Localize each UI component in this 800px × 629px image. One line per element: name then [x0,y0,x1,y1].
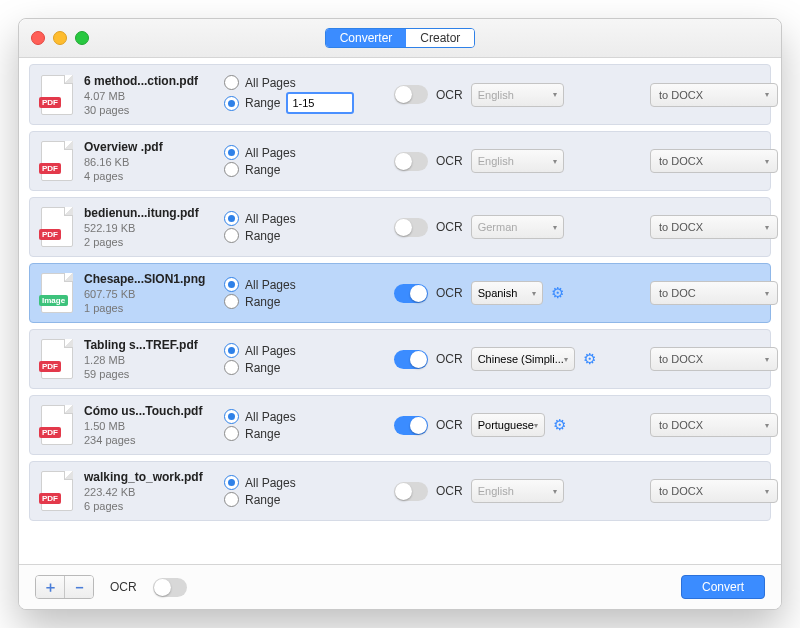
ocr-toggle[interactable] [394,350,428,369]
ocr-controls: OCRPortuguese▾⚙ [394,413,564,437]
pdf-badge-icon: PDF [39,361,61,372]
language-select[interactable]: English▾ [471,149,564,173]
file-row[interactable]: PDF6 method...ction.pdf4.07 MB30 pagesAl… [29,64,771,125]
all-pages-radio[interactable] [224,409,239,424]
file-row[interactable]: PDFwalking_to_work.pdf223.42 KB6 pagesAl… [29,461,771,521]
file-row[interactable]: PDFCómo us...Touch.pdf1.50 MB234 pagesAl… [29,395,771,455]
format-column: to DOCX▾ [650,347,760,371]
ocr-toggle[interactable] [394,482,428,501]
page-selection: All PagesRange [224,73,384,116]
file-name: Cómo us...Touch.pdf [84,404,214,418]
all-pages-radio[interactable] [224,277,239,292]
chevron-down-icon: ▾ [765,421,769,430]
range-label: Range [245,229,280,243]
mode-segmented-control[interactable]: Converter Creator [325,28,476,48]
format-select[interactable]: to DOCX▾ [650,83,778,107]
file-list: PDF6 method...ction.pdf4.07 MB30 pagesAl… [19,58,781,564]
file-pages: 59 pages [84,368,214,380]
format-select[interactable]: to DOCX▾ [650,413,778,437]
file-pages: 1 pages [84,302,214,314]
range-radio[interactable] [224,228,239,243]
all-pages-radio[interactable] [224,475,239,490]
format-column: to DOC▾ [650,281,760,305]
range-radio[interactable] [224,426,239,441]
file-thumbnail: PDF [40,207,74,247]
file-meta: walking_to_work.pdf223.42 KB6 pages [84,470,214,512]
language-select[interactable]: Chinese (Simpli...▾ [471,347,575,371]
ocr-toggle[interactable] [394,416,428,435]
ocr-toggle[interactable] [394,152,428,171]
format-select[interactable]: to DOCX▾ [650,479,778,503]
file-row[interactable]: PDFOverview .pdf86.16 KB4 pagesAll Pages… [29,131,771,191]
window: Converter Creator PDF6 method...ction.pd… [18,18,782,610]
range-label: Range [245,295,280,309]
all-pages-radio[interactable] [224,343,239,358]
file-name: Chesape...SION1.png [84,272,214,286]
tab-converter[interactable]: Converter [326,29,407,47]
language-select[interactable]: German▾ [471,215,564,239]
format-select[interactable]: to DOCX▾ [650,347,778,371]
global-ocr-toggle[interactable] [153,578,187,597]
format-select[interactable]: to DOC▾ [650,281,778,305]
range-input[interactable] [286,92,354,114]
format-column: to DOCX▾ [650,413,760,437]
ocr-label: OCR [436,484,463,498]
ocr-toggle[interactable] [394,284,428,303]
format-select[interactable]: to DOCX▾ [650,215,778,239]
range-radio[interactable] [224,96,239,111]
ocr-label: OCR [436,286,463,300]
file-thumbnail: PDF [40,75,74,115]
range-radio[interactable] [224,294,239,309]
all-pages-radio[interactable] [224,211,239,226]
minimize-icon[interactable] [53,31,67,45]
all-pages-radio[interactable] [224,75,239,90]
format-select[interactable]: to DOCX▾ [650,149,778,173]
titlebar: Converter Creator [19,19,781,58]
close-icon[interactable] [31,31,45,45]
tab-creator[interactable]: Creator [406,29,474,47]
chevron-down-icon: ▾ [532,289,536,298]
ocr-label: OCR [436,418,463,432]
chevron-down-icon: ▾ [534,421,538,430]
gear-icon[interactable]: ⚙ [583,350,596,368]
all-pages-radio[interactable] [224,145,239,160]
file-row[interactable]: PDFTabling s...TREF.pdf1.28 MB59 pagesAl… [29,329,771,389]
gear-icon[interactable]: ⚙ [553,416,566,434]
chevron-down-icon: ▾ [765,223,769,232]
range-radio[interactable] [224,162,239,177]
language-select[interactable]: English▾ [471,83,564,107]
file-meta: Overview .pdf86.16 KB4 pages [84,140,214,182]
all-pages-label: All Pages [245,278,296,292]
zoom-icon[interactable] [75,31,89,45]
file-name: Overview .pdf [84,140,214,154]
pdf-badge-icon: PDF [39,427,61,438]
file-thumbnail: PDF [40,141,74,181]
language-value: Chinese (Simpli... [478,353,564,365]
ocr-toggle[interactable] [394,85,428,104]
gear-icon[interactable]: ⚙ [551,284,564,302]
chevron-down-icon: ▾ [553,487,557,496]
language-select[interactable]: English▾ [471,479,564,503]
convert-button[interactable]: Convert [681,575,765,599]
ocr-toggle[interactable] [394,218,428,237]
language-value: English [478,155,514,167]
add-button[interactable]: ＋ [36,576,64,598]
remove-button[interactable]: － [64,576,93,598]
language-value: German [478,221,518,233]
range-radio[interactable] [224,360,239,375]
file-pages: 234 pages [84,434,214,446]
language-value: English [478,485,514,497]
file-thumbnail: PDF [40,471,74,511]
file-row[interactable]: ImageChesape...SION1.png607.75 KB1 pages… [29,263,771,323]
format-column: to DOCX▾ [650,149,760,173]
range-radio[interactable] [224,492,239,507]
all-pages-label: All Pages [245,410,296,424]
file-size: 1.28 MB [84,354,214,366]
file-size: 86.16 KB [84,156,214,168]
language-select[interactable]: Spanish▾ [471,281,543,305]
chevron-down-icon: ▾ [765,157,769,166]
language-select[interactable]: Portuguese▾ [471,413,545,437]
window-controls [31,31,89,45]
file-row[interactable]: PDFbedienun...itung.pdf522.19 KB2 pagesA… [29,197,771,257]
footer: ＋ － OCR Convert [19,564,781,609]
